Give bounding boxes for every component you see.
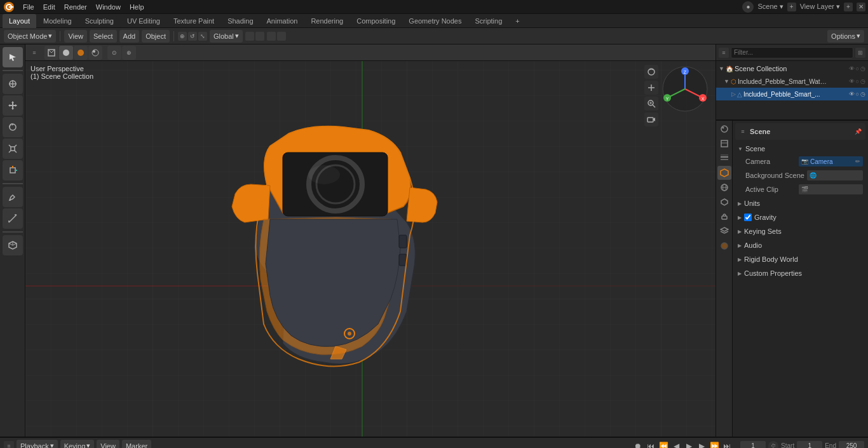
outliner-item-0[interactable]: ▼ ⬡ Included_Pebble_Smart_Wate... 👁 ○ ◷ [716, 75, 868, 88]
prop-icon-render[interactable] [717, 122, 731, 136]
item0-rend-icon[interactable]: ◷ [860, 78, 865, 85]
section-gravity[interactable]: ▶ Gravity [735, 211, 865, 224]
item0-eye-icon[interactable]: 👁 [849, 78, 855, 85]
viewport-menu-btn[interactable]: ≡ [29, 48, 39, 58]
item0-sel-icon[interactable]: ○ [856, 78, 859, 85]
gizmo-btn[interactable]: ⊕ [122, 46, 136, 60]
gizmo[interactable]: Z X Y [660, 64, 710, 114]
rotate-tool-btn[interactable] [3, 117, 23, 137]
object-mode-btn[interactable]: Object Mode ▾ [4, 30, 56, 43]
view-layer-remove-btn[interactable]: ✕ [857, 3, 865, 11]
item1-sel-icon[interactable]: ○ [856, 91, 859, 97]
tab-geometry-nodes[interactable]: Geometry Nodes [402, 14, 468, 28]
end-frame-input[interactable] [839, 441, 864, 449]
snap-icon[interactable] [245, 32, 254, 41]
active-clip-field[interactable]: 🎬 [799, 184, 863, 194]
section-keying-sets[interactable]: ▶ Keying Sets [735, 225, 865, 238]
prop-menu-btn[interactable]: ≡ [738, 126, 748, 137]
menu-help[interactable]: Help [126, 2, 148, 12]
section-audio[interactable]: ▶ Audio [735, 239, 865, 252]
prev-keyframe-btn[interactable]: ◀ [670, 440, 682, 449]
viewport[interactable]: ≡ ⊙ [25, 44, 715, 437]
prop-icon-view-layer[interactable] [717, 151, 731, 165]
wireframe-btn[interactable] [44, 46, 58, 60]
snap-icon2[interactable] [255, 32, 264, 41]
transform-tool-btn[interactable] [3, 160, 23, 180]
item1-eye-icon[interactable]: 👁 [849, 91, 855, 97]
tab-sculpting[interactable]: Sculpting [79, 14, 120, 28]
proportional-icon[interactable] [267, 32, 276, 41]
outliner-menu-btn[interactable]: ≡ [719, 48, 729, 58]
user-avatar[interactable]: ● [742, 1, 754, 13]
select-menu-btn[interactable]: Select [90, 30, 117, 43]
prop-icon-constraints[interactable] [717, 210, 731, 224]
fps-indicator[interactable]: ⏱ [768, 441, 778, 449]
view-menu-btn[interactable]: View [64, 30, 87, 43]
bg-scene-field[interactable]: 🌐 [807, 170, 863, 180]
prop-icon-object[interactable] [717, 195, 731, 209]
tab-add-btn[interactable]: + [509, 14, 526, 28]
tab-layout[interactable]: Layout [3, 14, 36, 28]
timeline-menu-btn[interactable]: ≡ [4, 441, 14, 449]
view-layer-add-btn[interactable]: + [844, 3, 853, 11]
prop-icon-world[interactable] [717, 180, 731, 194]
transform-icon1[interactable]: ⊕ [178, 32, 187, 41]
add-menu-btn[interactable]: Add [119, 30, 140, 43]
tab-texture-paint[interactable]: Texture Paint [167, 14, 220, 28]
transform-icon3[interactable]: ⤡ [198, 32, 207, 41]
next-keyframe-btn[interactable]: ▶ [696, 440, 707, 449]
section-rigid-body[interactable]: ▶ Rigid Body World [735, 253, 865, 266]
menu-window[interactable]: Window [92, 2, 125, 12]
tab-scripting[interactable]: Scripting [468, 14, 508, 28]
prop-icon-output[interactable] [717, 137, 731, 151]
prop-icon-data[interactable] [717, 224, 731, 238]
scene-add-btn[interactable]: + [787, 3, 796, 11]
prop-pin-btn[interactable]: 📌 [853, 126, 863, 137]
section-custom-props[interactable]: ▶ Custom Properties [735, 267, 865, 280]
outliner-filter-btn[interactable]: ⊞ [855, 48, 865, 58]
solid-btn[interactable] [59, 46, 73, 60]
prop-icon-scene[interactable] [717, 166, 731, 180]
next-frame-btn[interactable]: ⏩ [709, 440, 720, 449]
tab-animation[interactable]: Animation [261, 14, 304, 28]
tab-rendering[interactable]: Rendering [304, 14, 349, 28]
item1-rend-icon[interactable]: ◷ [860, 91, 865, 97]
measure-btn[interactable] [3, 208, 23, 229]
menu-edit[interactable]: Edit [39, 2, 59, 12]
camera-orbit-icon[interactable] [644, 65, 658, 79]
options-btn[interactable]: Options ▾ [827, 30, 864, 43]
camera-edit-btn[interactable]: ✏ [855, 158, 860, 165]
tab-modeling[interactable]: Modeling [37, 14, 78, 28]
scene-collection-item[interactable]: ▼ 🏠 Scene Collection 👁 ○ ◷ [716, 62, 868, 75]
section-units[interactable]: ▶ Units [735, 197, 865, 210]
proportional-icon2[interactable] [277, 32, 286, 41]
start-frame-input[interactable] [797, 441, 822, 449]
current-frame-input[interactable] [740, 441, 766, 449]
object-menu-btn[interactable]: Object [142, 30, 170, 43]
tab-compositing[interactable]: Compositing [350, 14, 402, 28]
outliner-select-icon[interactable]: ○ [856, 65, 859, 72]
prev-frame-btn[interactable]: ⏪ [658, 440, 669, 449]
section-scene[interactable]: ▼ Scene [735, 142, 865, 155]
select-tool-btn[interactable] [3, 47, 23, 67]
marker-btn[interactable]: Marker [122, 440, 151, 449]
outliner-item-1[interactable]: ▷ △ Included_Pebble_Smart_... 👁 ○ ◷ [716, 88, 868, 100]
outliner-render-icon[interactable]: ◷ [860, 65, 865, 72]
move-viewport-icon[interactable] [644, 81, 658, 95]
jump-start-btn[interactable]: ⏮ [645, 440, 656, 449]
prop-icon-material[interactable] [717, 239, 731, 253]
annotate-btn[interactable] [3, 187, 23, 207]
tab-shading[interactable]: Shading [221, 14, 259, 28]
global-btn[interactable]: Global ▾ [210, 30, 243, 43]
view-layer-selector[interactable]: View Layer ▾ [800, 3, 840, 11]
jump-end-btn[interactable]: ⏭ [721, 440, 733, 449]
transform-icon2[interactable]: ↺ [188, 32, 197, 41]
material-btn[interactable] [74, 46, 88, 60]
gravity-checkbox[interactable] [744, 214, 752, 221]
scene-selector[interactable]: BlenderScene ▾ [757, 3, 783, 11]
zoom-icon[interactable] [644, 97, 658, 111]
overlay-btn[interactable]: ⊙ [107, 46, 121, 60]
menu-file[interactable]: File [19, 2, 38, 12]
camera-field[interactable]: 📷 Camera ✏ [799, 156, 863, 166]
outliner-eye-icon[interactable]: 👁 [849, 65, 855, 72]
